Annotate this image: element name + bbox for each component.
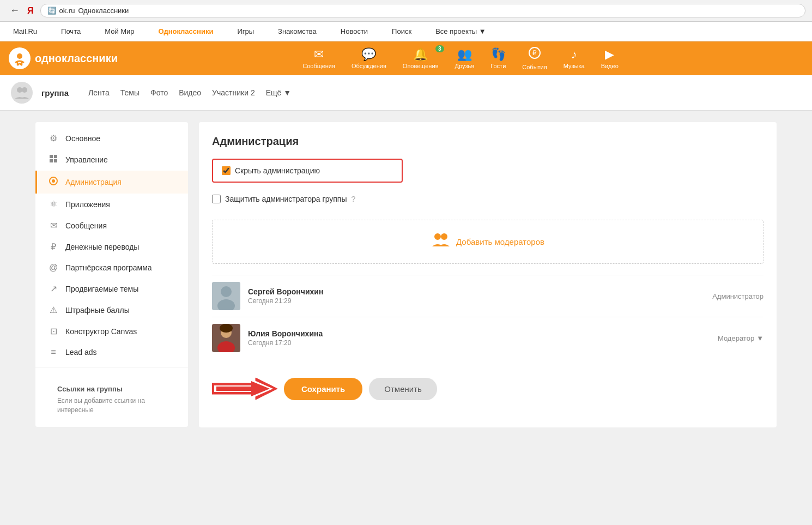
sidebar-label-denezhnye: Денежные переводы xyxy=(65,243,139,251)
protect-admin-row: Защитить администратора группы ? xyxy=(212,189,763,209)
warning-icon: ⚠ xyxy=(48,305,59,315)
user-time-yulia: Сегодня 17:20 xyxy=(248,339,710,347)
ok-logo-icon xyxy=(9,47,31,69)
sidebar-label-shtrafnye: Штрафные баллы xyxy=(65,306,130,315)
url-title: Одноклассники xyxy=(78,7,129,15)
nav-friends[interactable]: 👥 Друзья xyxy=(455,47,475,69)
sidebar-label-lead-ads: Lead ads xyxy=(65,348,97,357)
guests-icon: 👣 xyxy=(491,47,506,62)
user-row-sergey: Сергей Ворончихин Сегодня 21:29 Админист… xyxy=(212,275,763,317)
sidebar-label-upravlenie: Управление xyxy=(65,155,108,164)
nav-messages[interactable]: ✉ Сообщения xyxy=(302,47,335,69)
sidebar-label-osnovnoe: Основное xyxy=(65,134,100,143)
tab-lenta[interactable]: Лента xyxy=(88,88,110,97)
sidebar-item-prodvigaemye[interactable]: ↗ Продвигаемые темы xyxy=(35,278,188,299)
group-name: группа xyxy=(41,88,69,98)
address-bar[interactable]: 🔄 ok.ru Одноклассники xyxy=(40,4,806,17)
nav-video[interactable]: ▶ Видео xyxy=(601,47,619,69)
tab-more[interactable]: Ещё ▼ xyxy=(266,88,291,97)
add-moderators-button[interactable]: Добавить модераторов xyxy=(431,230,544,254)
nav-odnoklassniki[interactable]: Одноклассники xyxy=(152,22,220,41)
user-time-sergey: Сегодня 21:29 xyxy=(248,297,705,305)
nav-discussions-label: Обсуждения xyxy=(352,63,386,69)
nav-znakomstva[interactable]: Знакомства xyxy=(271,22,323,41)
nav-events[interactable]: ₽ События xyxy=(522,46,547,70)
nav-pochta[interactable]: Почта xyxy=(54,22,87,41)
hide-admin-checkbox[interactable] xyxy=(222,166,231,175)
user-name-yulia: Юлия Ворончихина xyxy=(248,329,710,338)
nav-guests-label: Гости xyxy=(490,63,506,69)
nav-discussions[interactable]: 💬 Обсуждения xyxy=(352,47,386,69)
nav-vse-proekty[interactable]: Все проекты ▼ xyxy=(429,22,492,41)
partner-icon: @ xyxy=(48,263,59,273)
nav-events-label: События xyxy=(522,64,547,70)
nav-moimir[interactable]: Мой Мир xyxy=(98,22,141,41)
music-icon: ♪ xyxy=(571,47,577,62)
canvas-icon: ⊡ xyxy=(48,326,59,336)
sidebar-item-applications[interactable]: ⚛ Приложения xyxy=(35,194,188,215)
promote-icon: ↗ xyxy=(48,283,59,294)
grid-icon xyxy=(48,154,59,165)
cancel-button[interactable]: Отменить xyxy=(369,378,437,400)
svg-rect-8 xyxy=(54,159,57,162)
sidebar-label-prodvigaemye: Продвигаемые темы xyxy=(65,285,138,293)
nav-friends-label: Друзья xyxy=(455,63,475,69)
sidebar-item-lead-ads[interactable]: ≡ Lead ads xyxy=(35,342,188,363)
ok-logo[interactable]: одноклассники xyxy=(9,47,118,69)
sidebar-item-osnovnoe[interactable]: ⚙ Основное xyxy=(35,128,188,149)
page-title: Администрация xyxy=(212,135,763,148)
browser-bar: ← Я 🔄 ok.ru Одноклассники xyxy=(0,0,812,22)
tab-temy[interactable]: Темы xyxy=(120,88,140,97)
nav-guests[interactable]: 👣 Гости xyxy=(490,47,506,69)
main-content: Администрация Скрыть администрацию Защит… xyxy=(199,122,777,427)
svg-point-19 xyxy=(220,324,233,333)
svg-rect-7 xyxy=(50,159,53,162)
tab-video[interactable]: Видео xyxy=(179,88,201,97)
back-button[interactable]: ← xyxy=(7,4,23,17)
user-role-text-yulia: Модератор xyxy=(718,334,754,342)
protect-admin-checkbox[interactable] xyxy=(212,195,221,203)
browser-navigation: ← Я xyxy=(7,4,34,17)
sidebar-item-partnerskaya[interactable]: @ Партнёрская программа xyxy=(35,257,188,278)
sidebar-section-title: Ссылки на группы xyxy=(46,376,177,396)
nav-novosti[interactable]: Новости xyxy=(334,22,374,41)
save-button[interactable]: Сохранить xyxy=(284,378,362,400)
nav-notifications[interactable]: 🔔 3 Оповещения xyxy=(403,47,439,69)
sidebar-item-canvas[interactable]: ⊡ Конструктор Canvas xyxy=(35,321,188,342)
events-icon: ₽ xyxy=(528,46,541,63)
sidebar-item-denezhnye[interactable]: ₽ Денежные переводы xyxy=(35,236,188,257)
money-icon: ₽ xyxy=(48,242,59,252)
svg-point-12 xyxy=(441,233,447,240)
tab-participants[interactable]: Участники 2 xyxy=(212,88,255,97)
main-layout: ⚙ Основное Управление Администра xyxy=(25,111,787,438)
messages-icon: ✉ xyxy=(314,47,324,62)
notifications-badge: 3 xyxy=(435,45,444,52)
user-row-yulia: Юлия Ворончихина Сегодня 17:20 Модератор… xyxy=(212,317,763,359)
sidebar-item-soobscheniya[interactable]: ✉ Сообщения xyxy=(35,215,188,236)
protect-admin-label: Защитить администратора группы xyxy=(225,195,347,203)
video-icon: ▶ xyxy=(605,47,614,62)
add-moderators-section[interactable]: Добавить модераторов xyxy=(212,220,763,264)
sidebar-item-shtrafnye[interactable]: ⚠ Штрафные баллы xyxy=(35,299,188,321)
friends-icon: 👥 xyxy=(457,47,472,62)
annotation-arrow xyxy=(212,375,277,402)
group-avatar xyxy=(11,82,33,104)
sidebar: ⚙ Основное Управление Администра xyxy=(35,122,188,427)
sidebar-item-administraciya[interactable]: Администрация xyxy=(35,171,188,194)
user-avatar-yulia xyxy=(212,324,240,352)
url-domain: ok.ru xyxy=(59,7,75,15)
sidebar-label-applications: Приложения xyxy=(65,200,110,209)
add-moderators-icon xyxy=(431,230,451,254)
nav-igry[interactable]: Игры xyxy=(231,22,260,41)
nav-mailru[interactable]: Mail.Ru xyxy=(7,22,44,41)
nav-poisk[interactable]: Поиск xyxy=(385,22,418,41)
notifications-icon: 🔔 xyxy=(413,47,428,62)
dropdown-icon-yulia[interactable]: ▼ xyxy=(756,334,763,342)
svg-point-10 xyxy=(52,179,55,183)
tab-foto[interactable]: Фото xyxy=(150,88,168,97)
sidebar-item-upravlenie[interactable]: Управление xyxy=(35,149,188,171)
nav-music[interactable]: ♪ Музыка xyxy=(563,47,585,69)
svg-point-0 xyxy=(17,53,22,59)
sidebar-label-canvas: Конструктор Canvas xyxy=(65,327,137,336)
user-role-yulia: Модератор ▼ xyxy=(718,334,763,342)
